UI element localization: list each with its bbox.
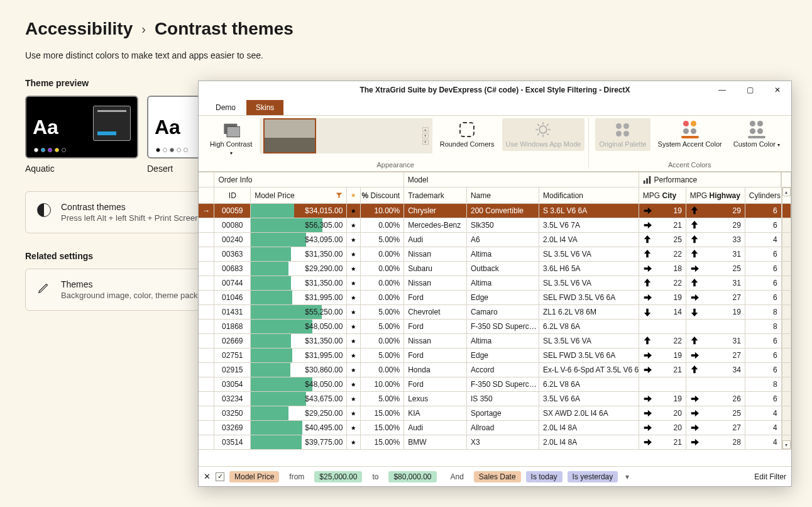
tab-skins[interactable]: Skins (246, 100, 283, 115)
filter-enable-checkbox[interactable]: ✓ (216, 472, 224, 481)
col-cylinders[interactable]: Cylinders (745, 187, 782, 204)
col-discount[interactable]: % Discount (361, 187, 404, 204)
filter-icon[interactable] (336, 192, 343, 199)
tab-demo[interactable]: Demo (206, 100, 245, 115)
cell-id: 00080 (214, 218, 251, 233)
original-palette-button[interactable]: Original Palette (595, 118, 650, 151)
row-indicator (199, 406, 214, 421)
col-star[interactable] (347, 187, 361, 204)
cell-discount: 0.00% (361, 334, 404, 348)
cell-star (347, 233, 361, 247)
cell-mpg-highway: 19 (686, 305, 745, 320)
filter-to-value[interactable]: $80,000.00 (388, 471, 436, 482)
custom-color-dropdown[interactable]: Custom Color ▾ (730, 118, 784, 151)
scroll-up-button[interactable]: ▴ (782, 187, 791, 196)
col-trademark[interactable]: Trademark (404, 187, 467, 204)
cell-discount: 0.00% (361, 276, 404, 291)
band-order-info[interactable]: Order Info (214, 172, 403, 187)
table-row[interactable]: 01431$55,250.005.00%ChevroletCamaroZL1 6… (199, 305, 791, 320)
rounded-corners-button[interactable]: Rounded Corners (436, 118, 498, 151)
col-name[interactable]: Name (467, 187, 539, 204)
table-row[interactable]: 00240$43,095.005.00%AudiA62.0L I4 VA2533… (199, 233, 791, 247)
table-row[interactable]: 00363$31,350.000.00%NissanAltimaSL 3.5L … (199, 247, 791, 262)
edit-filter-link[interactable]: Edit Filter (754, 472, 786, 481)
table-row[interactable]: 02669$31,350.000.00%NissanAltimaSL 3.5L … (199, 334, 791, 348)
cell-modification: 2.0L I4 VA (539, 233, 639, 247)
row-indicator (199, 320, 214, 334)
page-description: Use more distinct colors to make text an… (25, 50, 787, 60)
cell-name: Accord (467, 363, 539, 377)
cell-star (347, 377, 361, 392)
table-row[interactable]: 00683$29,290.000.00%SubaruOutback3.6L H6… (199, 262, 791, 276)
table-row[interactable]: 03269$40,495.0015.00%AudiAllroad2.0L I4 … (199, 421, 791, 435)
data-grid[interactable]: Order Info Model Performance ID Model Pr… (199, 172, 791, 466)
table-row[interactable]: 03514$39,775.0015.00%BMWX32.0L I4 8A2128… (199, 435, 791, 450)
cell-price: $31,995.00 (251, 291, 347, 305)
gallery-dropdown[interactable]: ▾ (422, 140, 429, 145)
row-indicator (199, 435, 214, 450)
table-row[interactable]: 00080$56,305.000.00%Mercedes-BenzSlk3503… (199, 218, 791, 233)
band-model[interactable]: Model (404, 172, 639, 187)
table-row[interactable]: 01046$31,995.000.00%FordEdgeSEL FWD 3.5L… (199, 291, 791, 305)
filter-close-button[interactable]: ✕ (204, 472, 211, 481)
titlebar[interactable]: The XtraGrid Suite by DevExpress (C# cod… (199, 81, 791, 99)
use-windows-app-mode-button[interactable]: Use Windows App Mode (502, 118, 585, 151)
table-row[interactable]: 03234$43,675.005.00%LexusIS 3503.5L V6 6… (199, 392, 791, 406)
cell-modification: 6.2L V8 6A (539, 377, 639, 392)
svg-rect-12 (646, 178, 648, 184)
cell-mpg-city: 19 (639, 204, 686, 218)
cell-name: A6 (467, 233, 539, 247)
row-indicator: → (199, 204, 214, 218)
filter-field-token[interactable]: Model Price (229, 471, 279, 482)
high-contrast-dropdown[interactable]: High Contrast ▾ (206, 118, 256, 159)
filter-is-today[interactable]: Is today (526, 471, 562, 482)
col-mpg-city[interactable]: MPG City (639, 187, 686, 204)
theme-swatch: Aa (25, 96, 138, 159)
band-performance[interactable]: Performance (639, 172, 782, 187)
cell-trademark: Subaru (404, 262, 467, 276)
table-row[interactable]: 00744$31,350.000.00%NissanAltimaSL 3.5L … (199, 276, 791, 291)
cell-discount: 0.00% (361, 262, 404, 276)
filter-from-value[interactable]: $25,000.00 (314, 471, 362, 482)
system-accent-color-button[interactable]: System Accent Color (654, 118, 726, 151)
cell-name: Altima (467, 247, 539, 262)
cell-name: F-350 SD Superc… (467, 320, 539, 334)
col-model-price[interactable]: Model Price (251, 187, 347, 204)
cell-name: Edge (467, 348, 539, 363)
cell-mpg-highway: 27 (686, 291, 745, 305)
skin-gallery[interactable]: ▴ ▾ ▾ (260, 118, 432, 153)
cell-discount: 5.00% (361, 392, 404, 406)
cell-cylinders: 6 (745, 392, 782, 406)
table-row[interactable]: 02751$31,995.005.00%FordEdgeSEL FWD 3.5L… (199, 348, 791, 363)
table-row[interactable]: 03250$29,250.0015.00%KIASportageSX AWD 2… (199, 406, 791, 421)
col-modification[interactable]: Modification (539, 187, 639, 204)
table-row[interactable]: 01868$48,050.005.00%FordF-350 SD Superc…… (199, 320, 791, 334)
col-mpg-highway[interactable]: MPG Highway (686, 187, 745, 204)
table-row[interactable]: 03054$48,050.0010.00%FordF-350 SD Superc… (199, 377, 791, 392)
cell-trademark: Audi (404, 233, 467, 247)
theme-card-aquatic[interactable]: Aa Aquatic (25, 96, 138, 174)
table-row[interactable]: 02915$30,860.000.00%HondaAccordEx-L V-6 … (199, 363, 791, 377)
breadcrumb-parent[interactable]: Accessibility (25, 19, 133, 39)
cell-id: 03269 (214, 421, 251, 435)
cell-trademark: BMW (404, 435, 467, 450)
cell-price: $34,015.00 (251, 204, 347, 218)
scroll-down-button[interactable]: ▾ (782, 440, 791, 449)
table-row[interactable]: →00059$34,015.0010.00%Chrysler200 Conver… (199, 204, 791, 218)
svg-rect-13 (649, 176, 650, 183)
close-button[interactable]: ✕ (764, 81, 791, 99)
filter-mru-dropdown[interactable]: ▾ (623, 472, 632, 481)
gallery-scroll-up[interactable]: ▴ (422, 127, 429, 132)
chevron-right-icon: › (141, 22, 146, 36)
col-id[interactable]: ID (214, 187, 251, 204)
cell-cylinders: 6 (745, 262, 782, 276)
cell-discount: 10.00% (361, 204, 404, 218)
gallery-scroll-down[interactable]: ▾ (422, 133, 429, 138)
skin-swatch-selected[interactable] (263, 118, 316, 153)
maximize-button[interactable]: ▢ (736, 81, 764, 99)
filter-is-yesterday[interactable]: Is yesterday (568, 471, 618, 482)
filter-sales-date-token[interactable]: Sales Date (474, 471, 521, 482)
minimize-button[interactable]: — (708, 81, 736, 99)
svg-point-2 (540, 126, 547, 133)
cell-mpg-city: 21 (639, 435, 686, 450)
